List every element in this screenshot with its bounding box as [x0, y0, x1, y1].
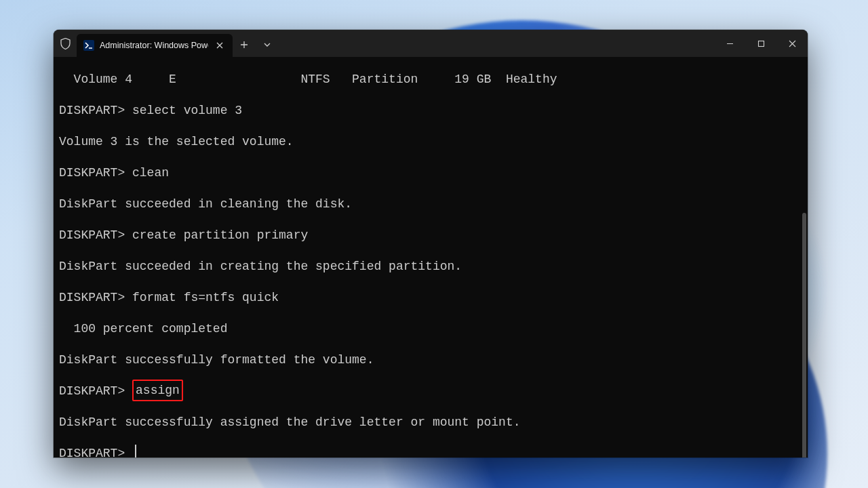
- terminal-line: DISKPART> clean: [59, 157, 802, 188]
- tab-dropdown-button[interactable]: [256, 43, 279, 47]
- shield-icon: [54, 38, 77, 49]
- terminal-line: Volume 3 is the selected volume.: [59, 126, 802, 157]
- terminal-window: Administrator: Windows Powe: [54, 30, 808, 458]
- tab-powershell[interactable]: Administrator: Windows Powe: [77, 34, 233, 57]
- svg-rect-0: [758, 41, 764, 46]
- cursor: [135, 445, 136, 458]
- highlighted-command: assign: [132, 380, 183, 401]
- terminal-line: 100 percent completed: [59, 313, 802, 344]
- close-button[interactable]: [776, 30, 808, 57]
- terminal-line: DiskPart succeeded in cleaning the disk.: [59, 188, 802, 220]
- titlebar-drag-region[interactable]: [279, 30, 714, 57]
- terminal-line: DISKPART> format fs=ntfs quick: [59, 282, 802, 313]
- terminal-line: DISKPART> assign: [59, 375, 802, 407]
- terminal-line: DISKPART> select volume 3: [59, 95, 802, 126]
- terminal-output: Volume 4 E NTFS Partition 19 GB HealthyD…: [59, 64, 802, 458]
- tab-close-button[interactable]: [214, 39, 226, 52]
- maximize-button[interactable]: [745, 30, 776, 57]
- terminal-line: Volume 4 E NTFS Partition 19 GB Healthy: [59, 64, 802, 95]
- scrollbar-thumb[interactable]: [802, 213, 806, 458]
- powershell-icon: [83, 40, 94, 51]
- terminal-line: DiskPart successfully formatted the volu…: [59, 344, 802, 375]
- terminal-line: DiskPart succeeded in creating the speci…: [59, 251, 802, 282]
- minimize-button[interactable]: [714, 30, 745, 57]
- new-tab-button[interactable]: [233, 41, 256, 49]
- terminal-line: DiskPart successfully assigned the drive…: [59, 407, 802, 438]
- tab-title: Administrator: Windows Powe: [100, 41, 208, 50]
- titlebar[interactable]: Administrator: Windows Powe: [54, 30, 808, 57]
- terminal-viewport[interactable]: Volume 4 E NTFS Partition 19 GB HealthyD…: [54, 57, 808, 458]
- terminal-line: DISKPART> create partition primary: [59, 220, 802, 251]
- terminal-line: DISKPART>: [59, 438, 802, 458]
